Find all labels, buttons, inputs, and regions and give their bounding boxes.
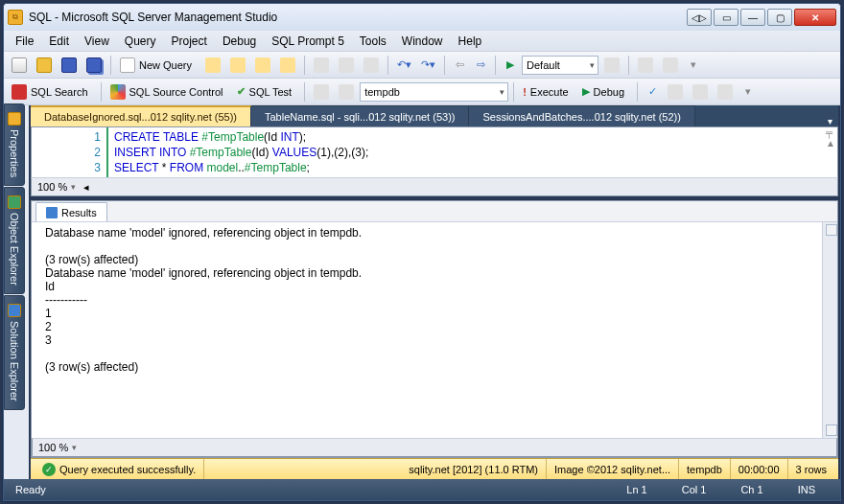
parse-button[interactable]: ✓	[643, 81, 662, 103]
status-server: sqlity.net [2012] (11.0 RTM)	[401, 459, 547, 479]
intellisense-button[interactable]	[714, 81, 737, 103]
dmx-query-button[interactable]	[251, 55, 274, 76]
window-title: SQL - Microsoft SQL Server Management St…	[29, 11, 687, 24]
menu-edit[interactable]: Edit	[41, 33, 77, 50]
toolbar-extra-2[interactable]	[659, 55, 682, 76]
tab-database-ignored[interactable]: DatabaseIgnored.sql...012 sqlity.net (55…	[31, 105, 251, 126]
app-icon: ⧉	[8, 10, 23, 25]
results-scrollbar[interactable]	[822, 222, 837, 438]
find-button[interactable]	[600, 55, 623, 76]
results-icon	[46, 207, 58, 218]
split-handle-icon[interactable]: ╤▲	[826, 127, 835, 149]
tab-tablename[interactable]: TableName.sql - sqli...012 sqlity.net (5…	[251, 105, 470, 126]
tab-sessions-batches[interactable]: SessionsAndBatches....012 sqlity.net (52…	[469, 105, 694, 126]
display-plan-button[interactable]	[664, 81, 687, 103]
mdx-query-button[interactable]	[226, 55, 249, 76]
save-all-button[interactable]	[82, 55, 106, 76]
document-tabs: DatabaseIgnored.sql...012 sqlity.net (55…	[31, 105, 838, 126]
undo-button[interactable]: ↶▾	[393, 55, 415, 76]
toolbar-extra-3[interactable]: ▾	[684, 55, 703, 76]
status-ln: Ln 1	[609, 484, 664, 495]
new-query-button[interactable]: New Query	[116, 55, 199, 76]
open-file-button[interactable]	[33, 55, 56, 76]
nav-fwd-button[interactable]: ⇨	[471, 55, 490, 76]
results-footer: 100 %▾	[32, 438, 837, 457]
maximize-button[interactable]: ▢	[767, 9, 792, 26]
database-combo[interactable]: tempdb	[360, 82, 508, 102]
status-ch: Ch 1	[723, 484, 780, 495]
tab-results[interactable]: Results	[35, 202, 107, 221]
status-message: ✓Query executed successfully.	[35, 459, 204, 479]
paste-button[interactable]	[360, 55, 383, 76]
results-tabstrip: Results	[32, 201, 837, 222]
query-options-button[interactable]	[689, 81, 712, 103]
menu-project[interactable]: Project	[164, 33, 215, 50]
query-status-bar: ✓Query executed successfully. sqlity.net…	[31, 458, 838, 479]
status-ready: Ready	[12, 484, 609, 495]
new-project-button[interactable]	[8, 55, 31, 76]
sql-search-button[interactable]: SQL Search	[8, 81, 96, 103]
btn-b[interactable]: ▭	[714, 9, 738, 26]
editor-footer: 100 %▾ ◂	[31, 177, 838, 196]
status-db: tempdb	[679, 459, 731, 479]
titlebar[interactable]: ⧉ SQL - Microsoft SQL Server Management …	[4, 4, 840, 31]
cut-button[interactable]	[310, 55, 333, 76]
menu-debug[interactable]: Debug	[215, 33, 264, 50]
menu-view[interactable]: View	[77, 33, 117, 50]
toolbar-2: SQL Search SQL Source Control ✔SQL Test …	[4, 79, 840, 105]
sidetab-properties[interactable]: Properties	[4, 103, 25, 186]
zoom-level[interactable]: 100 %	[37, 181, 67, 193]
nav-back-button[interactable]: ⇦	[450, 55, 469, 76]
sql-editor[interactable]: 123 CREATE TABLE #TempTable(Id INT); INS…	[31, 126, 838, 177]
menu-tools[interactable]: Tools	[352, 33, 394, 50]
menubar: File Edit View Query Project Debug SQL P…	[4, 31, 840, 52]
properties-icon	[8, 112, 21, 126]
sidetab-solution-explorer[interactable]: Solution Explorer	[4, 295, 25, 410]
sidetab-object-explorer[interactable]: Object Explorer	[4, 187, 25, 294]
execute-button[interactable]: !Execute	[519, 81, 575, 103]
save-button[interactable]	[58, 55, 81, 76]
solution-explorer-icon	[8, 304, 21, 317]
menu-window[interactable]: Window	[394, 33, 451, 50]
menu-query[interactable]: Query	[117, 33, 164, 50]
sql-source-control-button[interactable]: SQL Source Control	[106, 81, 231, 103]
menu-file[interactable]: File	[8, 33, 41, 50]
toolbar-extra-1[interactable]	[634, 55, 657, 76]
disconnect-button[interactable]	[335, 81, 358, 103]
xmla-query-button[interactable]	[276, 55, 299, 76]
toolbar2-overflow[interactable]: ▾	[738, 81, 758, 103]
solution-config-combo[interactable]: Default	[522, 56, 598, 75]
status-time: 00:00:00	[731, 459, 788, 479]
sidebar: Properties Object Explorer Solution Expl…	[4, 103, 25, 410]
status-col: Col 1	[665, 484, 724, 495]
redo-button[interactable]: ↷▾	[417, 55, 439, 76]
menu-sqlprompt[interactable]: SQL Prompt 5	[264, 33, 352, 50]
copy-button[interactable]	[335, 55, 358, 76]
status-rows: 3 rows	[788, 459, 834, 479]
status-image: Image ©2012 sqlity.net...	[547, 459, 679, 479]
ide-status-bar: Ready Ln 1 Col 1 Ch 1 INS	[4, 479, 840, 500]
close-button[interactable]: ✕	[794, 9, 836, 26]
results-zoom[interactable]: 100 %	[38, 442, 68, 453]
tabs-dropdown[interactable]: ▾	[821, 116, 838, 126]
change-connection-button[interactable]	[310, 81, 333, 103]
success-icon: ✓	[42, 463, 56, 476]
btn-a[interactable]: ◁▷	[687, 9, 712, 26]
object-explorer-icon	[8, 195, 21, 209]
line-gutter: 123	[32, 127, 108, 177]
debug-button[interactable]: ▶Debug	[578, 81, 632, 103]
code-area[interactable]: CREATE TABLE #TempTable(Id INT); INSERT …	[108, 127, 837, 177]
results-output[interactable]: Database name 'model' ignored, referenci…	[32, 222, 837, 438]
status-ins: INS	[781, 484, 832, 495]
toolbar-1: New Query ↶▾ ↷▾ ⇦ ⇨ ▶ Default ▾	[4, 52, 840, 79]
menu-help[interactable]: Help	[451, 33, 490, 50]
start-button[interactable]: ▶	[501, 55, 520, 76]
sql-test-button[interactable]: ✔SQL Test	[233, 81, 300, 103]
db-engine-query-button[interactable]	[201, 55, 224, 76]
minimize-button[interactable]: —	[740, 9, 765, 26]
